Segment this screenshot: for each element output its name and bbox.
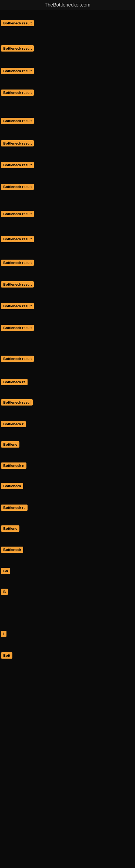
bottleneck-badge-17[interactable]: Bottleneck resul: [1, 399, 33, 405]
bottleneck-badge-12[interactable]: Bottleneck result: [1, 281, 34, 287]
bottleneck-badge-7[interactable]: Bottleneck result: [1, 162, 34, 168]
bottleneck-badge-26[interactable]: B: [1, 589, 8, 595]
bottleneck-badge-19[interactable]: Bottlene: [1, 441, 19, 447]
bottleneck-badge-23[interactable]: Bottlene: [1, 525, 19, 532]
bottleneck-badge-4[interactable]: Bottleneck result: [1, 90, 34, 96]
result-row-8: Bottleneck result: [1, 184, 34, 191]
result-row-5: Bottleneck result: [1, 118, 34, 125]
bottleneck-badge-21[interactable]: Bottleneck: [1, 483, 23, 489]
result-row-6: Bottleneck result: [1, 140, 34, 148]
result-row-7: Bottleneck result: [1, 162, 34, 169]
result-row-18: Bottleneck r: [1, 421, 26, 428]
bottleneck-badge-6[interactable]: Bottleneck result: [1, 140, 34, 147]
bottleneck-badge-22[interactable]: Bottleneck re: [1, 504, 28, 511]
result-row-22: Bottleneck re: [1, 504, 28, 512]
bottleneck-badge-14[interactable]: Bottleneck result: [1, 325, 34, 331]
bottleneck-badge-29[interactable]: Bott: [1, 652, 12, 659]
bottleneck-badge-8[interactable]: Bottleneck result: [1, 184, 34, 190]
bottleneck-badge-2[interactable]: Bottleneck result: [1, 45, 34, 52]
bottleneck-badge-24[interactable]: Bottleneck: [1, 547, 23, 553]
result-row-11: Bottleneck result: [1, 259, 34, 267]
bottleneck-badge-13[interactable]: Bottleneck result: [1, 303, 34, 309]
result-row-10: Bottleneck result: [1, 236, 34, 243]
result-row-4: Bottleneck result: [1, 90, 34, 97]
result-row-29: Bott: [1, 652, 12, 660]
bottleneck-badge-3[interactable]: Bottleneck result: [1, 68, 34, 74]
result-row-19: Bottlene: [1, 441, 19, 448]
result-row-17: Bottleneck resul: [1, 399, 33, 407]
result-row-3: Bottleneck result: [1, 68, 34, 75]
bottleneck-badge-18[interactable]: Bottleneck r: [1, 421, 26, 427]
result-row-1: Bottleneck result: [1, 20, 34, 27]
result-row-23: Bottlene: [1, 525, 19, 533]
result-row-20: Bottleneck n: [1, 463, 27, 470]
result-row-2: Bottleneck result: [1, 45, 34, 53]
bottleneck-badge-15[interactable]: Bottleneck result: [1, 355, 34, 362]
bottleneck-badge-9[interactable]: Bottleneck result: [1, 211, 34, 217]
bottleneck-badge-25[interactable]: Bo: [1, 568, 10, 574]
result-row-14: Bottleneck result: [1, 325, 34, 332]
result-row-26: B: [1, 589, 8, 596]
bottleneck-badge-1[interactable]: Bottleneck result: [1, 20, 34, 26]
result-row-21: Bottleneck: [1, 483, 23, 490]
bottleneck-badge-28[interactable]: i: [1, 631, 6, 637]
result-row-24: Bottleneck: [1, 547, 23, 554]
site-title: TheBottlenecker.com: [0, 0, 135, 10]
result-row-13: Bottleneck result: [1, 303, 34, 310]
bottleneck-badge-20[interactable]: Bottleneck n: [1, 463, 27, 469]
result-row-15: Bottleneck result: [1, 355, 34, 363]
bottleneck-badge-5[interactable]: Bottleneck result: [1, 118, 34, 124]
result-row-9: Bottleneck result: [1, 211, 34, 218]
result-row-12: Bottleneck result: [1, 281, 34, 289]
results-container: Bottleneck resultBottleneck resultBottle…: [0, 10, 135, 868]
bottleneck-badge-16[interactable]: Bottleneck re: [1, 379, 28, 385]
bottleneck-badge-10[interactable]: Bottleneck result: [1, 236, 34, 242]
bottleneck-badge-11[interactable]: Bottleneck result: [1, 259, 34, 266]
result-row-16: Bottleneck re: [1, 379, 28, 386]
result-row-25: Bo: [1, 568, 10, 575]
result-row-28: i: [1, 631, 6, 638]
